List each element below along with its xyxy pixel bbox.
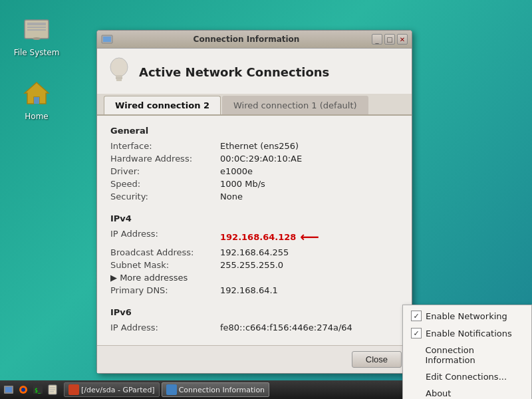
taskbar-icon-1[interactable]	[3, 384, 15, 396]
table-row: Driver: e1000e	[110, 166, 398, 176]
dns-label: Primary DNS:	[110, 285, 220, 295]
tabs-bar: Wired connection 2 Wired connection 1 (d…	[97, 94, 412, 116]
svg-point-9	[110, 58, 128, 76]
ip-label: IP Address:	[110, 229, 220, 245]
ipv6-value: fe80::c664:f156:446e:274a/64	[220, 323, 352, 332]
table-row: Speed: 1000 Mb/s	[110, 179, 398, 189]
taskbar-icon-editor[interactable]	[47, 384, 59, 396]
interface-label: Interface:	[110, 141, 220, 151]
filesystem-icon	[21, 13, 53, 45]
desktop-icon-home[interactable]: Home	[13, 77, 60, 121]
gparted-icon	[68, 384, 79, 395]
taskbar-icon-terminal[interactable]: $_	[32, 384, 44, 396]
svg-point-16	[21, 388, 25, 392]
table-row: Broadcast Address: 192.168.64.255	[110, 247, 398, 257]
table-row: Hardware Address: 00:0C:29:A0:10:AE	[110, 154, 398, 164]
ipv4-section-title: IPv4	[110, 213, 398, 223]
svg-rect-2	[27, 27, 46, 28]
driver-label: Driver:	[110, 166, 220, 176]
svg-rect-11	[116, 77, 122, 79]
general-section-title: General	[110, 126, 398, 136]
svg-text:$_: $_	[35, 388, 41, 394]
menu-item-edit-connections[interactable]: Edit Connections...	[403, 368, 531, 385]
window-titlebar: Connection Information _ □ ✕	[97, 31, 412, 49]
conn-info-window-btn[interactable]: Connection Information	[162, 382, 269, 397]
svg-rect-12	[116, 79, 122, 81]
svg-rect-3	[27, 29, 46, 31]
svg-point-4	[33, 37, 41, 40]
desktop-icon-filesystem[interactable]: File System	[13, 13, 60, 57]
table-row: Security: None	[110, 192, 398, 201]
close-button[interactable]: ✕	[397, 34, 408, 45]
filesystem-label: File System	[14, 48, 60, 57]
content-area: General Interface: Ethernet (ens256) Har…	[97, 116, 412, 345]
hw-address-label: Hardware Address:	[110, 154, 220, 164]
table-row: Primary DNS: 192.168.64.1	[110, 285, 398, 295]
ipv6-label: IP Address:	[110, 323, 220, 332]
ip-value: 192.168.64.128 ⟵	[220, 229, 319, 245]
subnet-value: 255.255.255.0	[220, 260, 283, 270]
checkbox-enable-networking: ✓	[411, 311, 422, 321]
window-app-icon	[101, 33, 113, 45]
svg-rect-14	[5, 387, 12, 392]
security-label: Security:	[110, 192, 220, 201]
svg-rect-10	[116, 75, 122, 77]
bulb-icon	[107, 55, 131, 88]
checkbox-enable-notifications: ✓	[411, 328, 422, 338]
menu-item-about[interactable]: About	[403, 385, 531, 399]
home-label: Home	[25, 112, 48, 121]
security-value: None	[220, 192, 243, 201]
connection-info-window: Connection Information _ □ ✕ Active Netw…	[96, 30, 412, 374]
table-row: IP Address: 192.168.64.128 ⟵	[110, 229, 398, 245]
table-row: Subnet Mask: 255.255.255.0	[110, 260, 398, 270]
window-footer: Close	[97, 345, 412, 373]
hw-address-value: 00:0C:29:A0:10:AE	[220, 154, 302, 164]
close-button[interactable]: Close	[352, 351, 402, 368]
dns-value: 192.168.64.1	[220, 285, 278, 295]
svg-rect-1	[27, 23, 46, 25]
speed-value: 1000 Mb/s	[220, 179, 265, 189]
ipv6-section-title: IPv6	[110, 307, 398, 317]
menu-item-connection-info[interactable]: Connection Information	[403, 342, 531, 368]
broadcast-value: 192.168.64.255	[220, 247, 289, 257]
interface-value: Ethernet (ens256)	[220, 141, 299, 151]
arrow-icon: ⟵	[300, 229, 319, 245]
tab-wired2[interactable]: Wired connection 2	[104, 96, 221, 114]
window-controls: _ □ ✕	[372, 34, 408, 45]
taskbar-icon-firefox[interactable]	[17, 384, 29, 396]
menu-item-enable-networking[interactable]: ✓ Enable Networking	[403, 307, 531, 325]
active-connections-title: Active Network Connections	[139, 65, 329, 79]
svg-rect-6	[34, 97, 39, 104]
conn-header: Active Network Connections	[97, 49, 412, 94]
maximize-button[interactable]: □	[384, 34, 395, 45]
subnet-label: Subnet Mask:	[110, 260, 220, 270]
speed-label: Speed:	[110, 179, 220, 189]
broadcast-label: Broadcast Address:	[110, 247, 220, 257]
minimize-button[interactable]: _	[372, 34, 382, 45]
home-icon	[21, 77, 53, 109]
more-addresses-toggle[interactable]: ▶ More addresses	[110, 273, 398, 283]
conn-info-taskbar-icon	[166, 384, 177, 395]
table-row: IP Address: fe80::c664:f156:446e:274a/64	[110, 323, 398, 332]
driver-value: e1000e	[220, 166, 253, 176]
table-row: Interface: Ethernet (ens256)	[110, 141, 398, 151]
window-title: Connection Information	[121, 35, 372, 44]
tab-wired1[interactable]: Wired connection 1 (default)	[222, 96, 368, 114]
taskbar-app-icons: $_	[3, 384, 59, 396]
svg-rect-8	[103, 37, 111, 42]
context-menu: ✓ Enable Networking ✓ Enable Notificatio…	[402, 305, 532, 399]
gparted-window-btn[interactable]: [/dev/sda - GParted]	[64, 382, 160, 397]
menu-item-enable-notifications[interactable]: ✓ Enable Notifications	[403, 325, 531, 342]
